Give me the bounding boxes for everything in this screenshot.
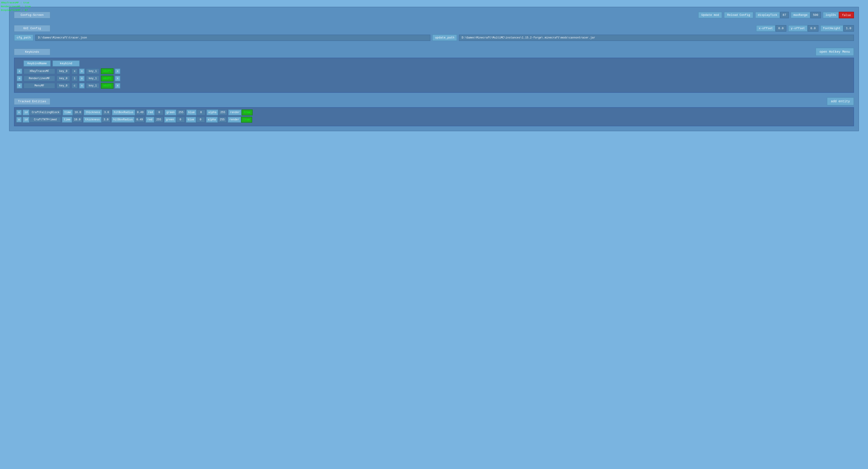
entity-render-value-2[interactable]: true <box>241 117 252 123</box>
entity-red-value-2[interactable]: 255 <box>154 117 163 123</box>
font-height-value[interactable]: 1.0 <box>843 25 854 32</box>
keybind-name-2[interactable]: RenderLinesMF <box>24 76 55 82</box>
entity-id-group-1: id CraftFallingBlock <box>23 110 62 115</box>
update-mod-button[interactable]: Update mod <box>698 12 722 18</box>
plus-btn-1[interactable]: + <box>17 68 22 74</box>
y-offset-value[interactable]: 0.0 <box>808 25 818 32</box>
reload-config-button[interactable]: Reload Config <box>724 12 753 18</box>
entity-time-group-2: time 10.0 <box>62 117 82 123</box>
entity-green-group-1: green 255 <box>165 110 185 115</box>
col-header-name: KeybindName <box>24 60 51 66</box>
entity-render-group-1: render true <box>228 110 253 115</box>
entity-alpha-group-1: alpha 255 <box>207 110 227 115</box>
keybind-mod2-3[interactable]: shift <box>101 83 114 89</box>
entity-id-label-2: id <box>23 117 29 123</box>
entity-red-group-1: red 0 <box>146 110 164 115</box>
x-offset-value[interactable]: 0.0 <box>775 25 786 32</box>
entity-render-value-1[interactable]: true <box>242 110 253 115</box>
render-status: RenderLinesMP : true <box>1 5 31 8</box>
keybind-key1-3[interactable]: key_0 <box>57 83 70 89</box>
font-height-group: fontHeight 1.0 <box>820 25 854 32</box>
keybind-name-3[interactable]: MenuMF <box>24 83 55 89</box>
entity-thickness-value-1[interactable]: 3.0 <box>102 110 111 115</box>
max-range-value[interactable]: 500 <box>810 12 821 18</box>
keybind-row-1: + XRayTracesMF key_0 x x key_1 shift x <box>17 68 851 74</box>
config-screen-label: Config-Screen <box>14 12 50 18</box>
keybind-key2-1[interactable]: key_1 <box>86 68 99 74</box>
entity-green-value-2[interactable]: 0 <box>176 117 185 123</box>
display-tick-value[interactable]: 87 <box>780 12 789 18</box>
keybind-remove2-2[interactable]: x <box>115 76 120 81</box>
entity-remove-1[interactable]: x <box>16 110 22 115</box>
keybinds-header: Keybinds open Hotkey Menu <box>14 48 854 56</box>
keybind-mod1-2[interactable]: l <box>71 76 78 82</box>
entity-time-value-1[interactable]: 10.0 <box>73 110 83 115</box>
entity-hitbox-value-2[interactable]: 0.49 <box>134 117 145 123</box>
plus-btn-2[interactable]: + <box>17 76 22 81</box>
entity-thickness-value-2[interactable]: 3.0 <box>101 117 111 123</box>
entity-row-2: x id CraftTNTPrimed time 10.0 thickness … <box>16 117 852 123</box>
y-offset-label: y-offset <box>788 25 808 32</box>
keybind-remove1-2[interactable]: x <box>79 76 85 81</box>
entity-remove-2[interactable]: x <box>16 117 22 122</box>
keybind-key1-2[interactable]: key_0 <box>57 76 70 82</box>
keybinds-col-headers: KeybindName keybind <box>17 60 851 66</box>
entity-green-label-2: green <box>164 117 176 123</box>
display-tick-status: DisplayTickMP : 87 <box>1 8 31 12</box>
xray-status: XRayTracesMP : true <box>1 1 31 5</box>
tracked-entities-label: Tracked Entities <box>14 98 50 105</box>
entity-render-label-1: render <box>228 110 242 115</box>
keybind-remove1-1[interactable]: x <box>79 68 85 74</box>
entity-blue-value-2[interactable]: 0 <box>196 117 205 123</box>
keybind-remove2-3[interactable]: x <box>115 83 120 88</box>
entity-time-group-1: time 10.0 <box>63 110 83 115</box>
keybind-remove1-3[interactable]: x <box>79 83 85 88</box>
entity-alpha-value-1[interactable]: 255 <box>218 110 227 115</box>
entity-time-label-1: time <box>63 110 73 115</box>
keybind-key2-3[interactable]: key_1 <box>86 83 99 89</box>
update-path-value[interactable]: D:\Games\Minecraft\MultiMC\instances\1.1… <box>459 35 854 41</box>
entity-green-group-2: green 0 <box>164 117 185 123</box>
entity-red-value-1[interactable]: 0 <box>155 110 164 115</box>
entity-id-group-2: id CraftTNTPrimed <box>23 117 61 123</box>
keybind-mod1-1[interactable]: x <box>71 68 78 74</box>
entity-alpha-label-2: alpha <box>206 117 218 123</box>
keybind-remove2-1[interactable]: x <box>115 68 120 74</box>
add-entity-button[interactable]: add entity <box>827 97 854 106</box>
entity-row-1: x id CraftFallingBlock time 10.0 thickne… <box>16 110 852 115</box>
keybind-key2-2[interactable]: key_1 <box>86 76 99 82</box>
keybinds-section: Keybinds open Hotkey Menu KeybindName ke… <box>14 48 854 93</box>
entity-hitbox-label-2: hitBoxRadius <box>112 117 134 123</box>
entity-thickness-label-2: thickness <box>83 117 101 123</box>
cfg-path-label: cfg_path <box>14 34 33 41</box>
keybind-mod1-3[interactable]: c <box>71 83 78 89</box>
entity-alpha-value-2[interactable]: 255 <box>218 117 227 123</box>
entity-alpha-group-2: alpha 255 <box>206 117 227 123</box>
gui-config-label: GUI Config <box>14 25 50 32</box>
keybind-mod2-2[interactable]: shift <box>101 76 114 82</box>
entity-blue-group-2: blue 0 <box>186 117 205 123</box>
entity-hitbox-value-1[interactable]: 0.49 <box>135 110 146 115</box>
entity-blue-label-2: blue <box>186 117 196 123</box>
update-path-label: update_path <box>432 34 457 41</box>
entity-id-label-1: id <box>23 110 29 115</box>
x-offset-group: x-offset 0.0 <box>756 25 786 32</box>
entity-hitbox-group-1: hitBoxRadius 0.49 <box>112 110 145 115</box>
open-hotkey-menu-button[interactable]: open Hotkey Menu <box>815 48 854 56</box>
entity-blue-value-1[interactable]: 0 <box>196 110 206 115</box>
keybinds-label: Keybinds <box>14 49 50 55</box>
entity-hitbox-group-2: hitBoxRadius 0.49 <box>112 117 145 123</box>
plus-btn-3[interactable]: + <box>17 83 22 88</box>
entity-id-value-2[interactable]: CraftTNTPrimed <box>29 117 61 123</box>
cfg-path-value[interactable]: D:\Games\Minecraft\tracer.json <box>35 35 430 41</box>
x-offset-label: x-offset <box>756 25 775 32</box>
keybind-name-1[interactable]: XRayTracesMF <box>24 68 55 74</box>
entity-id-value-1[interactable]: CraftFallingBlock <box>29 110 62 115</box>
entity-green-value-1[interactable]: 255 <box>177 110 185 115</box>
display-tick-label: displayTick <box>755 12 780 18</box>
keybind-mod2-1[interactable]: shift <box>101 68 114 74</box>
entity-time-value-2[interactable]: 10.0 <box>72 117 82 123</box>
log-ids-value[interactable]: false <box>839 12 854 18</box>
keybind-key1-1[interactable]: key_0 <box>57 68 70 74</box>
display-tick-group: displayTick 87 <box>755 12 789 18</box>
